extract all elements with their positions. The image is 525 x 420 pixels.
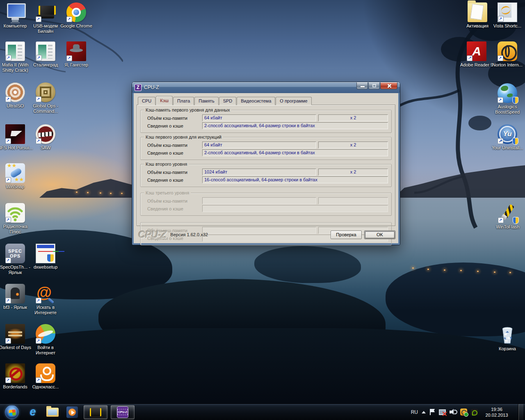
cache-info-field[interactable]: 16-способ ассоциативный, 64-размер строк… — [202, 176, 388, 183]
desktop-icon-label: Vista Shortc... — [490, 23, 525, 29]
computer-icon — [5, 2, 25, 22]
cache-info-field[interactable]: 2-способ ассоциативный, 64-размер строки… — [202, 149, 388, 156]
desktop-icon-your-uninstaller[interactable]: Yu Your Uninstall... — [490, 124, 525, 151]
cache-size-field[interactable]: 1024 кбайт — [202, 169, 316, 176]
taskbar-clock[interactable]: 19:36 20.02.2013 — [482, 406, 512, 418]
tab-cpu[interactable]: CPU — [138, 97, 155, 105]
cache-size-field — [202, 197, 316, 204]
tab-bar: CPU Кэш Плата Память SPD Видеосистема О … — [138, 96, 312, 105]
maximize-button[interactable] — [368, 82, 380, 89]
cache-size-field[interactable]: 64 кбайт — [202, 114, 316, 121]
desktop-icon-search-internet[interactable]: Искать в Интернете — [28, 284, 63, 315]
info-label: Сведения о кэше — [144, 178, 202, 183]
nvidia-tray-icon[interactable] — [471, 409, 478, 415]
desktop-icon-winsnap[interactable]: WinSnap — [0, 163, 33, 189]
shortcut-arrow-icon — [36, 138, 41, 144]
desktop-icon-stalingrad[interactable]: Сталинград — [28, 41, 63, 68]
desktop-icon-label: WinToFlash — [490, 224, 525, 230]
minimize-button[interactable] — [356, 82, 368, 89]
desktop-icon-label: WinSnap — [0, 184, 33, 189]
shortcut-arrow-icon — [5, 258, 11, 263]
taskbar-usb-modem-app[interactable] — [84, 405, 107, 419]
desktop-icon-label: SAW — [28, 145, 63, 151]
desktop-icon-auslogics[interactable]: Auslogics BoostSpeed — [490, 83, 525, 115]
cpuz-window: Z CPU-Z CPU Кэш Плата Память SPD Видеоси… — [132, 82, 400, 245]
desktop-icon-label: Радиоточка Плюс — [0, 224, 33, 235]
taskbar-explorer[interactable] — [44, 405, 61, 419]
media-player-icon — [66, 406, 78, 418]
group-title: Кэш первого уровня для инструкций — [144, 135, 223, 139]
cache-count-field[interactable]: x 2 — [318, 114, 388, 121]
desktop-icon-label: Auslogics BoostSpeed — [490, 104, 525, 115]
city-light — [412, 267, 414, 269]
desktop-icon-odnoklassniki[interactable]: Однокласс... — [28, 363, 63, 390]
group-title: Кэш второго уровня — [144, 162, 189, 167]
desktop-icon-join-internet[interactable]: Войти в Интернет — [28, 324, 63, 356]
maximize-icon — [372, 84, 376, 87]
shortcut-arrow-icon — [5, 377, 11, 383]
desktop-icon-saw[interactable]: SAW — [28, 124, 63, 151]
window-titlebar[interactable]: Z CPU-Z — [132, 82, 400, 93]
close-button[interactable] — [380, 82, 397, 89]
volume-icon[interactable] — [450, 409, 457, 415]
uac-shield-icon — [513, 217, 519, 224]
desktop-icon-adobe-reader[interactable]: A Adobe Reader 9 — [459, 41, 494, 68]
cache-count-field[interactable]: x 2 — [318, 142, 388, 148]
desktop-icon-label: Сталинград — [28, 62, 63, 68]
desktop-icon-radiotochka[interactable]: Радиоточка Плюс — [0, 203, 33, 235]
taskbar-ie[interactable]: e — [25, 405, 41, 419]
shortcut-arrow-icon — [36, 96, 41, 102]
desktop-icon-vista-shortcut[interactable]: Vista Shortc... — [490, 2, 525, 29]
cpuz-z-letter: Z — [137, 84, 139, 90]
desktop-icon-label: dxwebsetup — [28, 265, 63, 270]
tab-graphics[interactable]: Видеосистема — [237, 97, 275, 105]
desktop-icon-google-chrome[interactable]: Google Chrome — [59, 2, 94, 29]
desktop-icon-wintoflash[interactable]: WinToFlash — [490, 203, 525, 230]
taskbar-cpuz-app[interactable]: CPU-Z — [111, 405, 135, 419]
language-indicator[interactable]: RU — [411, 409, 418, 415]
cpuz-icon: CPU-Z — [117, 406, 128, 418]
ok-button[interactable]: OK — [364, 231, 395, 239]
validate-button[interactable]: Проверка — [331, 231, 362, 239]
desktop-icon-dxwebsetup[interactable]: dxwebsetup — [28, 244, 63, 270]
norton-tray-icon[interactable] — [460, 409, 467, 415]
shortcut-arrow-icon — [66, 16, 72, 22]
desktop-icon-norton[interactable]: Norton Intern... — [490, 41, 525, 68]
wifi-icon — [5, 203, 25, 223]
cpuz-logo: CPU-Z — [138, 229, 166, 240]
desktop-icon-usb-modem[interactable]: USB-модем Билайн — [28, 2, 63, 34]
tab-cache[interactable]: Кэш — [156, 96, 173, 105]
tab-spd[interactable]: SPD — [219, 97, 237, 105]
clock-date: 20.02.2013 — [482, 412, 512, 418]
taskbar-media-player[interactable] — [64, 405, 80, 419]
info-label: Сведения о кэше — [144, 206, 202, 211]
desktop-icon-label: Google Chrome — [59, 23, 94, 29]
start-button[interactable] — [5, 405, 19, 419]
dxwebsetup-icon — [36, 244, 55, 263]
show-desktop-button[interactable] — [518, 404, 523, 420]
hidden-icons-arrow-icon[interactable] — [422, 411, 426, 413]
your-uninstaller-icon: Yu — [498, 124, 517, 144]
desktop-icon-recycle-bin[interactable]: Корзина — [490, 325, 525, 352]
city-light — [76, 192, 78, 193]
winsnap-icon — [5, 163, 25, 183]
minimize-icon — [361, 86, 365, 87]
tab-about[interactable]: О программе — [276, 97, 311, 105]
cache-count-field[interactable]: x 2 — [318, 169, 388, 176]
network-disconnected-icon[interactable] — [439, 409, 446, 415]
shortcut-arrow-icon — [5, 96, 11, 102]
tab-mainboard[interactable]: Плата — [173, 97, 194, 105]
adobe-reader-icon: A — [467, 41, 486, 61]
shortcut-arrow-icon — [5, 217, 11, 223]
cache-info-field[interactable]: 2-способ ассоциативный, 64-размер строки… — [202, 122, 388, 129]
desktop-icon-global-ops[interactable]: Global Ops - Command... — [28, 82, 63, 114]
action-center-flag-icon[interactable] — [429, 409, 435, 415]
vista-shortcut-icon — [498, 2, 517, 22]
size-label: Объём кэш-памяти — [144, 199, 202, 203]
cache-size-field[interactable]: 64 кбайт — [202, 142, 316, 148]
tab-memory[interactable]: Память — [194, 97, 218, 105]
cache-count-field — [318, 197, 388, 204]
desktop-icon-gangster[interactable]: Я, Гангстер — [59, 41, 94, 68]
info-label: Сведения о кэше — [144, 123, 202, 128]
borderlands-icon — [5, 363, 25, 383]
